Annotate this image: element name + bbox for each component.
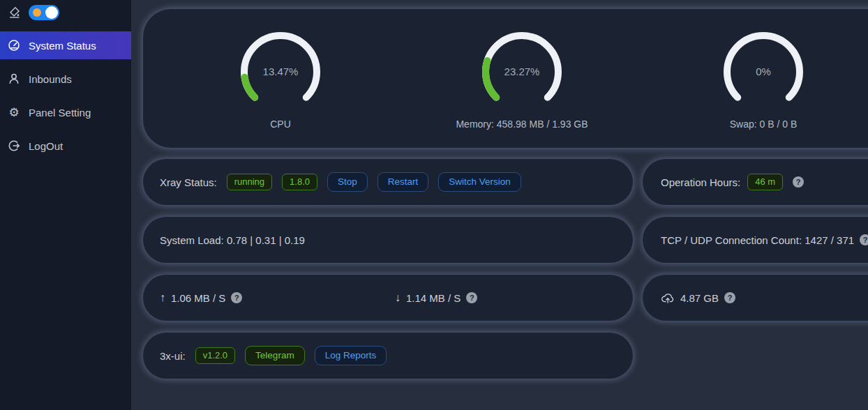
arrow-up-icon: ↑	[160, 291, 165, 304]
xray-status-label: Xray Status:	[160, 176, 217, 188]
dashboard-icon	[8, 39, 20, 52]
upload-speed: ↑ 1.06 MB / S ?	[143, 291, 388, 304]
cpu-gauge: 13.47% CPU	[160, 9, 401, 148]
app-info-card: 3x-ui: v1.2.0 Telegram Log Reports	[143, 333, 633, 379]
swap-percent: 0%	[721, 66, 805, 77]
swap-gauge: 0% Swap: 0 B / 0 B	[643, 9, 868, 148]
restart-button[interactable]: Restart	[377, 172, 429, 192]
memory-gauge: 23.27% Memory: 458.98 MB / 1.93 GB	[401, 9, 643, 148]
switch-version-button[interactable]: Switch Version	[438, 172, 521, 192]
sidebar-item-label: Panel Setting	[29, 107, 91, 119]
total-traffic-value: 4.87 GB	[680, 292, 719, 304]
connection-count-help-icon[interactable]: ?	[860, 234, 868, 245]
arrow-down-icon: ↓	[395, 291, 401, 304]
total-traffic-help-icon[interactable]: ?	[724, 292, 735, 303]
network-speed-card: ↑ 1.06 MB / S ? ↓ 1.14 MB / S ?	[143, 275, 633, 321]
sidebar-item-logout[interactable]: LogOut	[0, 132, 131, 160]
resource-gauges-card: 13.47% CPU 23.27% Memory: 458.98 MB / 1.…	[143, 9, 868, 148]
xray-status-badge: running	[227, 174, 272, 190]
operation-hours-badge: 46 m	[747, 174, 783, 190]
sidebar-item-label: Inbounds	[29, 73, 72, 85]
operation-hours-label: Operation Hours:	[661, 176, 740, 188]
sidebar-item-label: LogOut	[29, 140, 63, 152]
operation-hours-help-icon[interactable]: ?	[793, 176, 804, 188]
user-icon	[8, 73, 20, 85]
swap-label: Swap: 0 B / 0 B	[730, 119, 798, 130]
upload-help-icon[interactable]: ?	[231, 292, 242, 303]
app-version-badge: v1.2.0	[195, 347, 235, 364]
sidebar-item-inbounds[interactable]: Inbounds	[0, 65, 131, 93]
toggle-knob	[45, 6, 58, 19]
theme-toggle[interactable]	[29, 5, 59, 20]
total-traffic-card: 4.87 GB ?	[643, 275, 868, 321]
memory-label: Memory: 458.98 MB / 1.93 GB	[456, 119, 588, 130]
logout-icon	[8, 139, 20, 152]
sidebar-header	[0, 0, 131, 21]
connection-count-text: TCP / UDP Connection Count: 1427 / 371	[661, 234, 854, 246]
bg-colors-icon	[8, 6, 20, 18]
download-help-icon[interactable]: ?	[466, 292, 477, 303]
telegram-button[interactable]: Telegram	[245, 346, 305, 365]
download-speed: ↓ 1.14 MB / S ?	[388, 291, 633, 304]
download-speed-value: 1.14 MB / S	[406, 292, 461, 304]
main-content: 13.47% CPU 23.27% Memory: 458.98 MB / 1.…	[143, 9, 868, 379]
stop-button[interactable]: Stop	[327, 172, 368, 192]
app-name-label: 3x-ui:	[160, 350, 186, 362]
xray-status-card: Xray Status: running 1.8.0 Stop Restart …	[143, 159, 633, 205]
sidebar: System Status Inbounds ⚙ Panel Setting	[0, 0, 131, 410]
system-load-card: System Load: 0.78 | 0.31 | 0.19	[143, 217, 633, 263]
cpu-label: CPU	[270, 119, 291, 130]
cloud-upload-icon	[661, 292, 675, 304]
gear-icon: ⚙	[8, 106, 20, 119]
system-load-text: System Load: 0.78 | 0.31 | 0.19	[160, 234, 305, 246]
xray-version-badge: 1.8.0	[282, 174, 317, 190]
sidebar-item-label: System Status	[29, 40, 96, 52]
sun-icon	[33, 8, 41, 17]
memory-percent: 23.27%	[480, 66, 564, 77]
connection-count-card: TCP / UDP Connection Count: 1427 / 371 ?	[643, 217, 868, 263]
sidebar-item-panel-setting[interactable]: ⚙ Panel Setting	[0, 98, 131, 126]
upload-speed-value: 1.06 MB / S	[171, 292, 225, 304]
log-reports-button[interactable]: Log Reports	[315, 346, 387, 365]
sidebar-menu: System Status Inbounds ⚙ Panel Setting	[0, 31, 131, 160]
operation-hours-card: Operation Hours: 46 m ?	[643, 159, 868, 205]
cpu-percent: 13.47%	[239, 66, 322, 77]
sidebar-item-system-status[interactable]: System Status	[0, 31, 131, 59]
